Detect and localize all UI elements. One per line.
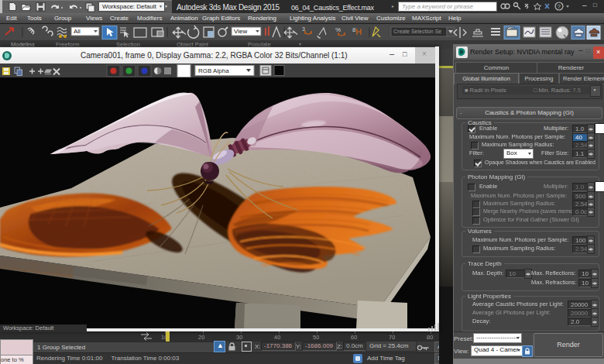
svg-text:All: All <box>74 28 81 35</box>
svg-text:8: 8 <box>352 26 356 33</box>
svg-text:RGB Alpha: RGB Alpha <box>198 67 229 74</box>
svg-text:%: % <box>335 26 341 33</box>
svg-text:View: View <box>234 28 247 35</box>
svg-text:Create Selection Se: Create Selection Se <box>393 29 441 34</box>
svg-text:3: 3 <box>302 26 305 32</box>
svg-text:?: ? <box>558 3 561 10</box>
